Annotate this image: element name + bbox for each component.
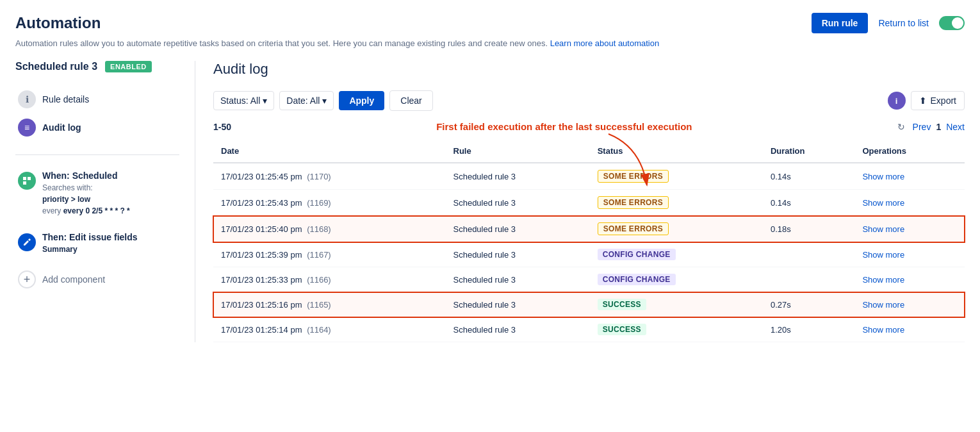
status-badge: SOME ERRORS: [598, 170, 669, 183]
page-subtitle: Automation rules allow you to automate r…: [15, 38, 965, 48]
audit-log-title: Audit log: [213, 61, 965, 78]
rule-toggle[interactable]: [939, 16, 965, 30]
svg-rect-1: [28, 177, 31, 180]
when-label: When: Scheduled: [42, 170, 177, 181]
rule-cell: Scheduled rule 3: [446, 317, 590, 342]
duration-cell: 0.27s: [763, 292, 854, 317]
show-more-link[interactable]: Show more: [862, 275, 904, 285]
status-badge: CONFIG CHANGE: [598, 274, 676, 285]
table-row: 17/01/23 01:25:33 pm (1166)Scheduled rul…: [213, 267, 965, 292]
export-button[interactable]: ⬆ Export: [911, 91, 965, 110]
refresh-icon[interactable]: ↻: [897, 122, 905, 132]
col-operations: Operations: [854, 140, 965, 163]
date-cell: 17/01/23 01:25:43 pm (1169): [213, 190, 446, 216]
date-cell: 17/01/23 01:25:16 pm (1165): [213, 292, 446, 317]
pagination-row: 1-50 First failed execution after the la…: [213, 121, 965, 132]
run-rule-button[interactable]: Run rule: [812, 13, 869, 33]
current-page: 1: [936, 122, 941, 132]
page-title: Automation: [15, 14, 101, 32]
date-filter[interactable]: Date: All ▾: [279, 91, 334, 110]
operations-cell: Show more: [854, 190, 965, 216]
status-badge: SOME ERRORS: [598, 196, 669, 209]
rule-cell: Scheduled rule 3: [446, 190, 590, 216]
table-row: 17/01/23 01:25:14 pm (1164)Scheduled rul…: [213, 317, 965, 342]
rule-cell: Scheduled rule 3: [446, 163, 590, 190]
table-row: 17/01/23 01:25:43 pm (1169)Scheduled rul…: [213, 190, 965, 216]
status-badge: SOME ERRORS: [598, 222, 669, 235]
show-more-link[interactable]: Show more: [862, 325, 904, 335]
show-more-link[interactable]: Show more: [862, 198, 904, 208]
sidebar-item-rule-details[interactable]: ℹ Rule details: [15, 85, 179, 113]
duration-cell: 0.14s: [763, 190, 854, 216]
operations-cell: Show more: [854, 317, 965, 342]
annotation-text: First failed execution after the last su…: [231, 121, 897, 132]
add-component-button[interactable]: + Add component: [15, 265, 179, 294]
svg-rect-2: [23, 181, 26, 185]
operations-cell: Show more: [854, 242, 965, 267]
show-more-link[interactable]: Show more: [862, 172, 904, 181]
record-range: 1-50: [213, 122, 231, 132]
then-icon: [18, 233, 36, 251]
show-more-link[interactable]: Show more: [862, 250, 904, 260]
info-icon-button[interactable]: i: [888, 92, 906, 110]
then-step: Then: Edit issue fields Summary: [15, 227, 179, 260]
duration-cell: 1.20s: [763, 317, 854, 342]
show-more-link[interactable]: Show more: [862, 300, 904, 310]
rule-cell: Scheduled rule 3: [446, 267, 590, 292]
table-row: 17/01/23 01:25:39 pm (1167)Scheduled rul…: [213, 242, 965, 267]
when-icon: [18, 172, 36, 190]
export-label: Export: [931, 96, 956, 106]
status-filter[interactable]: Status: All ▾: [213, 91, 274, 110]
svg-rect-0: [23, 177, 26, 180]
col-date: Date: [213, 140, 446, 163]
rule-cell: Scheduled rule 3: [446, 216, 590, 242]
chevron-down-icon: ▾: [322, 96, 327, 106]
rule-cell: Scheduled rule 3: [446, 242, 590, 267]
date-cell: 17/01/23 01:25:14 pm (1164): [213, 317, 446, 342]
then-sub: Summary: [42, 244, 177, 255]
doc-icon: ≡: [18, 119, 36, 137]
col-status: Status: [590, 140, 763, 163]
sidebar-divider: [15, 154, 179, 155]
date-cell: 17/01/23 01:25:45 pm (1170): [213, 163, 446, 190]
status-cell: SOME ERRORS: [590, 190, 763, 216]
status-badge: SUCCESS: [598, 324, 646, 335]
clear-button[interactable]: Clear: [389, 90, 432, 111]
return-to-list-link[interactable]: Return to list: [878, 18, 929, 28]
apply-button[interactable]: Apply: [339, 91, 384, 110]
prev-button[interactable]: Prev: [913, 122, 931, 132]
operations-cell: Show more: [854, 216, 965, 242]
next-button[interactable]: Next: [946, 122, 965, 132]
rule-name: Scheduled rule 3: [15, 61, 97, 72]
table-row: 17/01/23 01:25:16 pm (1165)Scheduled rul…: [213, 292, 965, 317]
export-icon: ⬆: [919, 96, 927, 106]
col-duration: Duration: [763, 140, 854, 163]
status-cell: SOME ERRORS: [590, 216, 763, 242]
status-cell: SUCCESS: [590, 317, 763, 342]
audit-table: Date Rule Status Duration Operations 17/…: [213, 140, 965, 342]
then-label: Then: Edit issue fields: [42, 232, 177, 242]
when-step: When: Scheduled Searches with: priority …: [15, 165, 179, 222]
rule-details-label: Rule details: [42, 94, 89, 104]
table-row: 17/01/23 01:25:40 pm (1168)Scheduled rul…: [213, 216, 965, 242]
learn-more-link[interactable]: Learn more about automation: [550, 38, 660, 48]
status-cell: CONFIG CHANGE: [590, 267, 763, 292]
filter-bar: Status: All ▾ Date: All ▾ Apply Clear i …: [213, 90, 965, 111]
status-badge: SUCCESS: [598, 299, 646, 310]
date-cell: 17/01/23 01:25:40 pm (1168): [213, 216, 446, 242]
show-more-link[interactable]: Show more: [862, 224, 904, 234]
duration-cell: 0.14s: [763, 163, 854, 190]
chevron-down-icon: ▾: [263, 96, 267, 106]
duration-cell: [763, 242, 854, 267]
status-cell: SUCCESS: [590, 292, 763, 317]
status-cell: CONFIG CHANGE: [590, 242, 763, 267]
when-sub: Searches with: priority > low every ever…: [42, 182, 177, 217]
audit-log-label: Audit log: [42, 122, 81, 133]
operations-cell: Show more: [854, 292, 965, 317]
col-rule: Rule: [446, 140, 590, 163]
status-badge: CONFIG CHANGE: [598, 249, 676, 260]
enabled-badge: ENABLED: [105, 61, 152, 72]
sidebar-item-audit-log[interactable]: ≡ Audit log: [15, 113, 179, 142]
add-component-label: Add component: [42, 274, 105, 285]
info-icon: ℹ: [18, 90, 36, 108]
